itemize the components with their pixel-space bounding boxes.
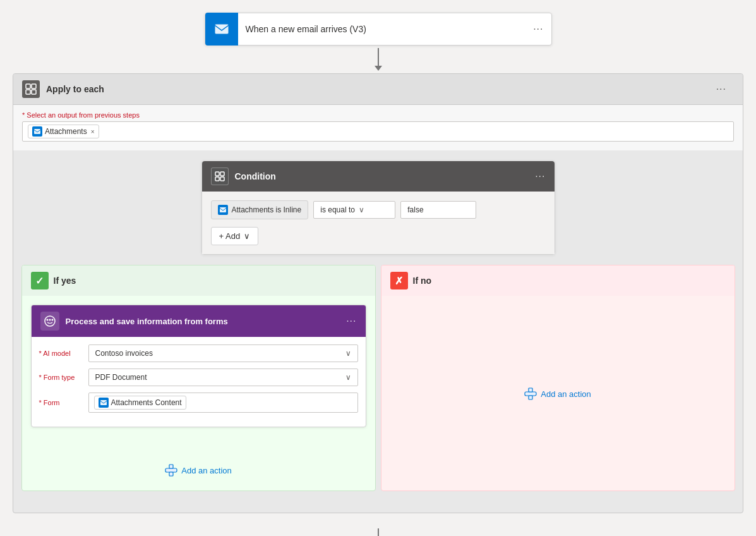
form-token: Attachments Content bbox=[94, 396, 186, 410]
add-action-yes-label: Add an action bbox=[181, 466, 232, 475]
add-button-label: + Add bbox=[219, 231, 241, 241]
form-label: * Form bbox=[39, 399, 83, 406]
svg-rect-17 bbox=[165, 468, 177, 472]
apply-each-more-button[interactable]: ··· bbox=[709, 83, 734, 95]
no-badge-icon: ✗ bbox=[390, 272, 408, 289]
branch-yes-label: If yes bbox=[54, 276, 76, 286]
token-label: Attachments bbox=[45, 127, 87, 136]
trigger-icon bbox=[205, 13, 238, 46]
branch-no-label: If no bbox=[413, 276, 432, 286]
condition-operator-select[interactable]: is equal to ∨ bbox=[313, 201, 395, 219]
condition-card: Condition ··· Attachments is Inl bbox=[201, 161, 555, 255]
condition-body: Attachments is Inline is equal to ∨ fals… bbox=[202, 192, 555, 254]
svg-rect-11 bbox=[220, 207, 226, 212]
add-action-yes-icon bbox=[165, 464, 177, 477]
add-action-no-label: Add an action bbox=[541, 389, 591, 399]
ai-model-select[interactable]: Contoso invoices ∨ bbox=[88, 344, 358, 362]
svg-rect-16 bbox=[100, 400, 107, 405]
process-card-body: * AI model Contoso invoices ∨ * Form typ… bbox=[32, 337, 366, 427]
svg-rect-5 bbox=[32, 90, 36, 94]
trigger-more-button[interactable]: ··· bbox=[525, 23, 551, 35]
svg-rect-6 bbox=[34, 129, 40, 134]
branch-no-header: ✗ If no bbox=[381, 265, 735, 296]
process-card-header: Process and save information from forms … bbox=[32, 305, 366, 337]
svg-rect-20 bbox=[525, 392, 536, 396]
svg-point-13 bbox=[46, 319, 48, 321]
branch-no: ✗ If no bbox=[381, 265, 735, 491]
add-action-yes-button[interactable]: Add an action bbox=[31, 459, 366, 482]
svg-rect-2 bbox=[26, 84, 30, 88]
trigger-card: When a new email arrives (V3) ··· bbox=[205, 13, 552, 46]
svg-point-14 bbox=[49, 319, 51, 321]
condition-token-icon bbox=[218, 205, 228, 215]
ai-model-row: * AI model Contoso invoices ∨ bbox=[39, 344, 358, 362]
yes-badge-label: ✓ bbox=[35, 275, 44, 287]
bottom-add-section: Add action bbox=[351, 526, 405, 536]
operator-chevron-icon: ∨ bbox=[359, 205, 364, 214]
svg-rect-19 bbox=[169, 472, 173, 476]
token-email-icon bbox=[32, 126, 42, 137]
condition-add-button[interactable]: + Add ∨ bbox=[211, 227, 259, 245]
split-container: ✓ If yes bbox=[21, 265, 735, 491]
condition-header: Condition ··· bbox=[202, 161, 555, 192]
process-icon bbox=[40, 312, 59, 331]
svg-rect-8 bbox=[220, 172, 224, 176]
attachments-token: Attachments × bbox=[28, 125, 99, 138]
form-type-row: * Form type PDF Document ∨ bbox=[39, 368, 358, 386]
token-remove-button[interactable]: × bbox=[91, 128, 95, 135]
condition-row: Attachments is Inline is equal to ∨ fals… bbox=[211, 200, 546, 219]
condition-operator-label: is equal to bbox=[320, 205, 355, 214]
add-action-no-button[interactable]: Add an action bbox=[524, 382, 591, 405]
svg-rect-9 bbox=[215, 177, 219, 181]
form-row: * Form bbox=[39, 393, 358, 413]
svg-rect-7 bbox=[215, 172, 219, 176]
add-chevron-icon: ∨ bbox=[244, 231, 250, 241]
svg-point-15 bbox=[51, 319, 53, 321]
condition-left-operand: Attachments is Inline bbox=[211, 200, 309, 219]
condition-right-operand[interactable]: false bbox=[400, 201, 476, 219]
input-label: * Select an output from previous steps bbox=[22, 111, 734, 119]
apply-each-container: Apply to each ··· * Select an output fro… bbox=[13, 73, 743, 513]
email-icon bbox=[213, 21, 230, 37]
form-type-select[interactable]: PDF Document ∨ bbox=[88, 368, 358, 386]
form-token-input[interactable]: Attachments Content bbox=[88, 393, 358, 413]
condition-title: Condition bbox=[235, 171, 536, 181]
form-type-value: PDF Document bbox=[95, 373, 147, 382]
inner-content: Condition ··· Attachments is Inl bbox=[13, 150, 743, 500]
form-type-label: * Form type bbox=[39, 374, 83, 381]
condition-icon bbox=[211, 168, 229, 185]
loop-icon bbox=[25, 83, 37, 95]
apply-each-title: Apply to each bbox=[46, 84, 709, 94]
apply-each-header: Apply to each ··· bbox=[13, 74, 743, 105]
form-token-icon bbox=[99, 398, 109, 408]
no-badge-label: ✗ bbox=[395, 275, 403, 287]
process-card: Process and save information from forms … bbox=[31, 305, 366, 427]
ai-model-chevron-icon: ∨ bbox=[345, 349, 351, 358]
trigger-title: When a new email arrives (V3) bbox=[238, 24, 526, 34]
branch-yes-header: ✓ If yes bbox=[22, 265, 375, 296]
svg-rect-10 bbox=[220, 177, 224, 181]
form-type-chevron-icon: ∨ bbox=[345, 373, 351, 382]
svg-rect-0 bbox=[215, 24, 229, 34]
svg-rect-3 bbox=[32, 84, 36, 88]
token-input[interactable]: Attachments × bbox=[22, 121, 734, 142]
branch-no-content: Add an action bbox=[381, 296, 735, 485]
svg-rect-21 bbox=[529, 388, 532, 392]
apply-each-icon bbox=[22, 80, 40, 98]
svg-rect-18 bbox=[169, 465, 173, 468]
branch-yes: ✓ If yes bbox=[21, 265, 376, 491]
ai-model-value: Contoso invoices bbox=[95, 349, 153, 358]
svg-rect-22 bbox=[529, 396, 532, 399]
ai-model-label: * AI model bbox=[39, 350, 83, 357]
form-token-label: Attachments Content bbox=[111, 398, 182, 407]
svg-rect-4 bbox=[26, 90, 30, 94]
input-area: * Select an output from previous steps A… bbox=[13, 105, 743, 150]
condition-left-label: Attachments is Inline bbox=[232, 205, 302, 214]
branch-yes-content: Process and save information from forms … bbox=[22, 296, 375, 490]
process-more-button[interactable]: ··· bbox=[346, 315, 356, 327]
bottom-connector-arrow bbox=[378, 528, 379, 536]
add-action-no-icon bbox=[524, 387, 537, 400]
condition-more-button[interactable]: ··· bbox=[535, 171, 545, 182]
connector-arrow bbox=[375, 48, 382, 71]
process-card-title: Process and save information from forms bbox=[66, 317, 347, 326]
